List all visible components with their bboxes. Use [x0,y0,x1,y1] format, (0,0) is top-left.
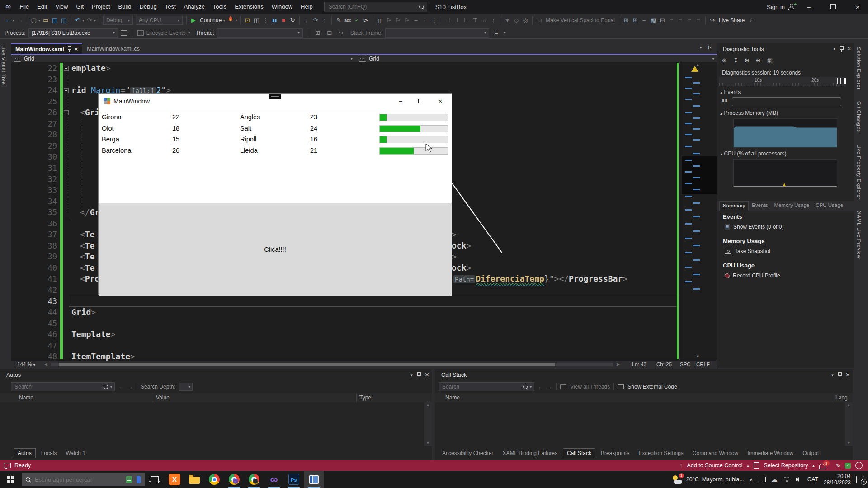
align-left-icon[interactable]: ⊣ [444,14,452,27]
callstack-grid[interactable]: ▲▼ [435,402,853,446]
group-icon[interactable]: ⊞ [623,14,630,27]
document-list-dropdown-icon[interactable]: ▾ [700,45,702,50]
window-position-icon[interactable]: ▾ [833,47,835,51]
add-collaborator-icon[interactable]: + [747,14,755,27]
chrome-icon[interactable] [204,471,224,488]
menu-view[interactable]: View [51,0,72,14]
scroll-left-icon[interactable]: ◀ [44,362,47,366]
stack-frame-combo[interactable]: ▾ [385,28,489,38]
restart-icon[interactable]: ↻ [289,14,296,27]
spell-abc-icon[interactable]: abc [344,14,351,27]
tab-xaml-binding-failures[interactable]: XAML Binding Failures [499,449,561,458]
live-share-icon[interactable]: ↪ [709,14,716,27]
app-maximize-button[interactable] [413,94,428,108]
size-width-icon[interactable]: ↔ [481,14,488,27]
pin-icon[interactable] [67,46,71,52]
diag-tab-memory-usage[interactable]: Memory Usage [771,201,812,211]
taskbar-search-input[interactable] [34,476,123,483]
frames-menu-icon[interactable]: ≡ [493,26,500,40]
quotes1-icon[interactable]: "" [668,14,675,27]
mainwindow-app[interactable]: MainWindow – × Girona22Anglès23Olot18Sal… [98,93,452,295]
dropdown-caret-icon[interactable]: ▾ [13,19,14,23]
select-repository-button[interactable]: Select Repository [764,462,808,469]
timeline-handle[interactable] [840,78,841,84]
platform-combo[interactable]: Any CPU▾ [136,16,183,25]
flag-current-thread-icon[interactable]: ⊞ [314,26,321,40]
app-minimize-button[interactable]: – [393,94,408,108]
tab-autos[interactable]: Autos [14,448,36,458]
fold-collapse-icon[interactable] [64,110,69,115]
listbox-row[interactable]: Olot18Salt24 [99,123,452,135]
debug-config-combo[interactable]: Debug▾ [103,16,133,25]
menu-project[interactable]: Project [88,0,114,14]
search-depth-combo[interactable]: ▾ [179,383,193,391]
sidebar-tab-solution-explorer[interactable]: Solution Explorer [856,47,862,89]
menu-analyze[interactable]: Analyze [180,0,209,14]
nav-forward-icon[interactable]: → [16,14,24,27]
open-file-icon[interactable]: ▭ [42,14,49,27]
tab-exception-settings[interactable]: Exception Settings [635,449,687,458]
dropdown-caret-icon[interactable]: ▾ [82,19,84,23]
keyboard-language[interactable]: CAT [807,476,818,483]
feedback-balloon-icon[interactable] [4,463,11,468]
menu-build[interactable]: Build [114,0,136,14]
quick-search-input[interactable] [328,3,416,10]
diag-tab-cpu-usage[interactable]: CPU Usage [812,201,846,211]
zoom-in-icon[interactable]: ⊕ [745,57,750,64]
tab-mainwindow.xaml.cs[interactable]: MainWindow.xaml.cs [82,43,144,54]
autos-search-box[interactable]: ▾ [11,382,115,391]
app-close-button[interactable]: × [433,94,448,108]
minimize-button[interactable]: – [798,0,819,14]
sign-in-link[interactable]: Sign in [767,4,785,10]
show-external-code-button[interactable]: Show External Code [627,384,677,390]
volume-icon[interactable] [796,477,802,482]
next-bookmark-icon[interactable]: ⚐ [394,14,401,27]
menu-debug[interactable]: Debug [135,0,160,14]
sidebar-tab-live-property-explorer[interactable]: Live Property Explorer [856,144,862,200]
app-title-bar[interactable]: MainWindow – × [99,94,452,109]
fold-collapse-icon[interactable] [64,88,69,93]
user-profile-icon[interactable]: + [788,4,795,10]
search-prev-icon[interactable]: ← [118,384,124,390]
dropdown-caret-icon[interactable]: ▾ [223,19,225,23]
stop-icon[interactable]: ■ [280,14,287,27]
export-icon[interactable]: ↧ [733,57,738,64]
view-all-threads-button[interactable]: View all Threads [570,384,610,390]
click-area[interactable]: Clica!!!! [99,203,452,296]
scroll-right-icon[interactable]: ▶ [617,362,620,366]
save-icon[interactable]: ▤ [51,14,58,27]
apply-code-changes-icon[interactable]: ⊡ [244,14,251,27]
tab-mainwindow.xaml[interactable]: MainWindow.xaml× [11,43,82,54]
pin-icon[interactable] [417,372,421,378]
search-next-icon[interactable]: → [127,384,133,390]
menu-extensions[interactable]: Extensions [231,0,268,14]
visual-studio-icon[interactable]: ∞ [264,471,284,488]
callstack-scrollbar[interactable]: ▲▼ [845,402,853,446]
zoom-fit-icon[interactable]: ◎ [522,14,529,27]
process-combo[interactable]: [17916] S10 ListBox.exe▾ [28,28,118,38]
edit-icon[interactable]: ✎ [335,14,342,27]
close-icon[interactable]: × [846,371,850,379]
timeline-ruler[interactable]: 10s 20s [719,77,846,86]
dropdown-caret-icon[interactable]: ▾ [94,19,96,23]
tab-accessibility-checker[interactable]: Accessibility Checker [439,449,497,458]
listbox-row[interactable]: Berga15Ripoll16 [99,134,452,145]
tab-watch-1[interactable]: Watch 1 [62,449,89,458]
autos-search-input[interactable] [14,383,101,390]
nav-back-icon[interactable]: ← [5,14,12,27]
tab-command-window[interactable]: Command Window [689,449,742,458]
fold-collapse-icon[interactable] [64,66,69,71]
timeline-handle[interactable] [837,78,838,84]
quotes3-icon[interactable]: "" [686,14,693,27]
display-tray-icon[interactable] [759,477,766,482]
dropdown-caret-icon[interactable]: ▾ [235,19,237,23]
spacing-icon[interactable]: ▯▯ [536,14,543,27]
events-section-header[interactable]: ▴Events [720,89,741,95]
zoom-level-dropdown[interactable]: 144 % ▾ [17,361,35,367]
sidebar-tab-live-visual-tree[interactable]: Live Visual Tree [1,45,6,87]
search-next-icon[interactable]: → [547,384,552,390]
editor-overview-scrollbar[interactable]: ▲ ▼ [681,62,717,361]
menu-git[interactable]: Git [72,0,88,14]
snap-grid-icon[interactable]: ⊟ [659,14,666,27]
menu-help[interactable]: Help [297,0,317,14]
